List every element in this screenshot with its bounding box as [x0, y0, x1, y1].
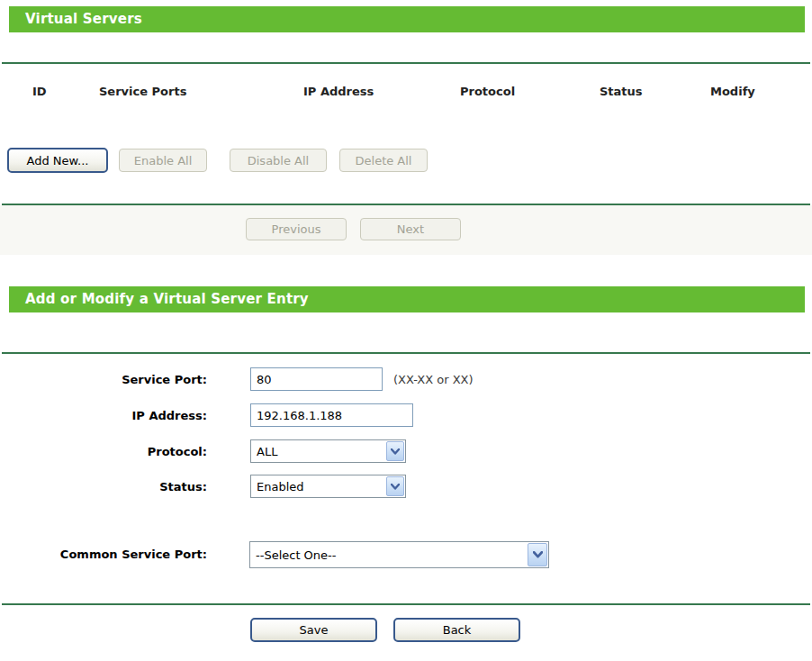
column-header-modify: Modify	[710, 85, 755, 98]
divider	[2, 62, 810, 64]
service-port-hint: (XX-XX or XX)	[393, 373, 474, 386]
section-title-virtual-servers: Virtual Servers	[9, 6, 805, 32]
protocol-selected-value: ALL	[257, 445, 277, 458]
save-button[interactable]: Save	[250, 618, 377, 642]
section-title-entry-form: Add or Modify a Virtual Server Entry	[9, 286, 805, 312]
common-service-port-label: Common Service Port:	[0, 548, 207, 561]
next-button[interactable]: Next	[360, 218, 461, 240]
chevron-down-icon[interactable]	[386, 476, 404, 496]
common-service-port-select[interactable]: --Select One--	[249, 541, 549, 568]
column-header-protocol: Protocol	[460, 85, 515, 98]
protocol-label: Protocol:	[0, 445, 207, 458]
column-header-ip-address: IP Address	[303, 85, 374, 98]
add-new-button[interactable]: Add New...	[7, 148, 108, 173]
chevron-down-icon[interactable]	[386, 441, 404, 461]
service-port-label: Service Port:	[0, 373, 207, 386]
status-label: Status:	[0, 480, 207, 493]
previous-button[interactable]: Previous	[246, 218, 347, 240]
service-port-input[interactable]	[250, 367, 383, 391]
column-header-service-ports: Service Ports	[99, 85, 186, 98]
protocol-select[interactable]: ALL	[250, 439, 406, 463]
delete-all-button[interactable]: Delete All	[339, 149, 428, 172]
enable-all-button[interactable]: Enable All	[119, 149, 207, 172]
divider	[2, 603, 810, 605]
column-header-id: ID	[32, 85, 47, 98]
ip-address-label: IP Address:	[0, 409, 207, 422]
disable-all-button[interactable]: Disable All	[230, 149, 327, 172]
common-service-port-selected-value: --Select One--	[256, 548, 336, 562]
virtual-servers-page: Virtual Servers ID Service Ports IP Addr…	[0, 0, 812, 661]
ip-address-input[interactable]	[250, 403, 413, 427]
chevron-down-icon[interactable]	[528, 543, 547, 566]
column-header-status: Status	[600, 85, 643, 98]
status-select[interactable]: Enabled	[250, 475, 406, 498]
back-button[interactable]: Back	[393, 618, 520, 642]
divider	[2, 352, 810, 354]
status-selected-value: Enabled	[257, 480, 304, 493]
